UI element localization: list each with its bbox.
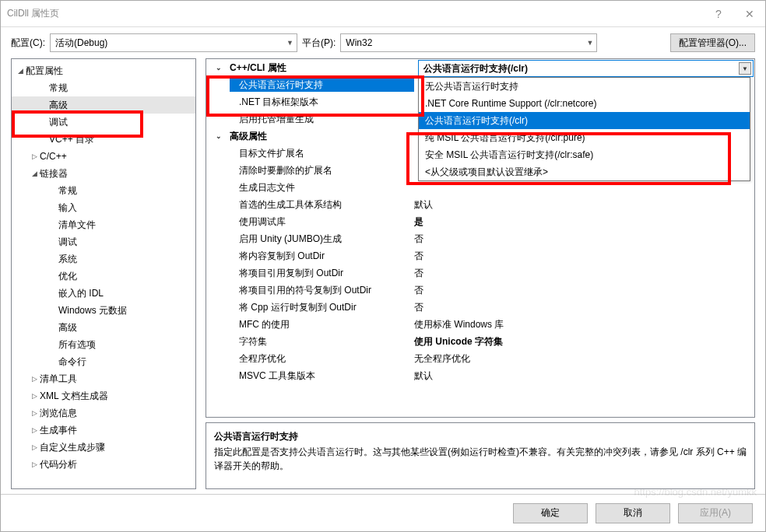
category-tree[interactable]: ◢ 配置属性 常规 高级 调试 VC++ 目录 ▷ C/C++ ◢ 链接器 常规… (11, 58, 196, 489)
config-manager-button[interactable]: 配置管理器(O)... (670, 33, 755, 52)
tree-item[interactable]: ▷生成事件 (12, 422, 195, 439)
tree-item[interactable]: ▷浏览信息 (12, 404, 195, 422)
description-text: 指定此配置是否支持公共语言运行时。这与其他某些设置(例如运行时检查)不兼容。有关… (214, 445, 747, 473)
triangle-right-icon: ▷ (29, 375, 40, 383)
tree-item[interactable]: 输入 (12, 199, 195, 216)
close-icon[interactable]: ✕ (740, 8, 759, 20)
ok-button[interactable]: 确定 (513, 503, 588, 523)
prop-row[interactable]: 使用调试库是 (206, 213, 754, 230)
chevron-down-icon: ⌄ (216, 132, 227, 140)
tree-item[interactable]: ▷代码分析 (12, 456, 195, 473)
title-bar: CilDll 属性页 ? ✕ (1, 1, 765, 27)
tree-item[interactable]: 系统 (12, 250, 195, 268)
tree-item[interactable]: 调试 (12, 233, 195, 250)
window-controls: ? ✕ (709, 8, 759, 20)
prop-row[interactable]: 将 Cpp 运行时复制到 OutDir否 (206, 299, 754, 316)
prop-row[interactable]: 启用 Unity (JUMBO)生成否 (206, 230, 754, 247)
triangle-down-icon: ◢ (29, 170, 40, 177)
platform-combo[interactable]: Win32 ▼ (340, 33, 597, 52)
prop-row[interactable]: 全程序优化无全程序优化 (206, 350, 754, 367)
triangle-right-icon: ▷ (29, 426, 40, 434)
tree-item[interactable]: 高级 (12, 319, 195, 336)
platform-label: 平台(P): (302, 37, 336, 50)
tree-item[interactable]: 嵌入的 IDL (12, 285, 195, 302)
dd-option[interactable]: .NET Core Runtime Support (/clr:netcore) (419, 95, 750, 112)
clr-value-combo[interactable]: 公共语言运行时支持(/clr) ▼ (418, 60, 754, 77)
dialog-buttons: 确定 取消 应用(A) (1, 494, 765, 531)
apply-button[interactable]: 应用(A) (678, 503, 753, 523)
cancel-button[interactable]: 取消 (596, 503, 670, 523)
tree-item[interactable]: Windows 元数据 (12, 302, 195, 319)
dd-option[interactable]: 纯 MSIL 公共语言运行时支持(/clr:pure) (419, 129, 750, 146)
dd-option[interactable]: 安全 MSIL 公共语言运行时支持(/clr:safe) (419, 146, 750, 163)
top-config-bar: 配置(C): 活动(Debug) ▼ 平台(P): Win32 ▼ 配置管理器(… (1, 27, 765, 58)
tree-item[interactable]: 所有选项 (12, 336, 195, 353)
dd-option-selected[interactable]: 公共语言运行时支持(/clr) (419, 112, 750, 129)
property-grid[interactable]: 公共语言运行时支持(/clr) ▼ ⌄C++/CLI 属性 公共语言运行时支持 … (206, 58, 755, 418)
triangle-right-icon: ▷ (29, 152, 40, 160)
clr-dropdown[interactable]: 无公共语言运行时支持 .NET Core Runtime Support (/c… (418, 77, 750, 181)
triangle-right-icon: ▷ (29, 460, 40, 468)
dd-option[interactable]: <从父级或项目默认设置继承> (419, 163, 750, 180)
triangle-right-icon: ▷ (29, 443, 40, 451)
tree-item[interactable]: 调试 (12, 114, 195, 131)
help-icon[interactable]: ? (709, 8, 728, 20)
prop-row[interactable]: 将项目引用复制到 OutDir否 (206, 264, 754, 282)
window-title: CilDll 属性页 (7, 7, 709, 20)
prop-row[interactable]: 字符集使用 Unicode 字符集 (206, 333, 754, 350)
tree-item[interactable]: ▷XML 文档生成器 (12, 387, 195, 404)
tree-item[interactable]: 常规 (12, 182, 195, 199)
tree-item[interactable]: ▷清单工具 (12, 370, 195, 387)
tree-item[interactable]: VC++ 目录 (12, 131, 195, 148)
config-combo[interactable]: 活动(Debug) ▼ (50, 33, 297, 52)
prop-row[interactable]: 首选的生成工具体系结构默认 (206, 196, 754, 213)
tree-item-advanced[interactable]: 高级 (12, 96, 195, 114)
tree-item[interactable]: 清单文件 (12, 216, 195, 233)
tree-ccpp[interactable]: ▷ C/C++ (12, 148, 195, 165)
tree-linker[interactable]: ◢ 链接器 (12, 165, 195, 182)
description-title: 公共语言运行时支持 (214, 429, 747, 443)
prop-row[interactable]: MSVC 工具集版本默认 (206, 367, 754, 384)
prop-row[interactable]: 生成日志文件 (206, 179, 754, 196)
chevron-down-icon: ⌄ (216, 64, 227, 72)
dd-option[interactable]: 无公共语言运行时支持 (419, 78, 750, 95)
description-panel: 公共语言运行时支持 指定此配置是否支持公共语言运行时。这与其他某些设置(例如运行… (206, 422, 755, 489)
tree-root[interactable]: ◢ 配置属性 (12, 62, 195, 79)
tree-item[interactable]: 命令行 (12, 353, 195, 370)
prop-row[interactable]: 将项目引用的符号复制到 OutDir否 (206, 282, 754, 299)
tree-item[interactable]: 优化 (12, 268, 195, 285)
triangle-right-icon: ▷ (29, 392, 40, 400)
chevron-down-icon: ▼ (286, 39, 293, 47)
tree-item[interactable]: ▷自定义生成步骤 (12, 439, 195, 456)
triangle-down-icon: ◢ (15, 67, 26, 75)
chevron-down-icon: ▼ (586, 39, 593, 47)
chevron-down-icon[interactable]: ▼ (739, 62, 751, 75)
prop-row[interactable]: MFC 的使用使用标准 Windows 库 (206, 316, 754, 333)
prop-row[interactable]: 将内容复制到 OutDir否 (206, 247, 754, 264)
config-label: 配置(C): (11, 37, 45, 50)
tree-item[interactable]: 常规 (12, 79, 195, 96)
triangle-right-icon: ▷ (29, 409, 40, 417)
